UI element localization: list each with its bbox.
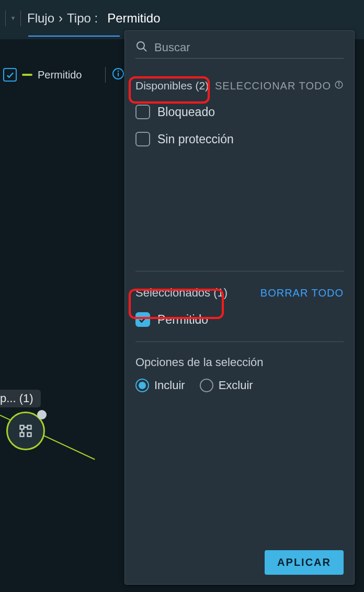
allowed-color-legend-icon	[22, 74, 32, 76]
panel-footer: APLICAR	[135, 550, 344, 575]
available-header: Disponibles (2) SELECCIONAR TODO	[135, 79, 344, 92]
breadcrumb-level1[interactable]: Flujo	[27, 11, 54, 26]
available-options-list: Bloqueado Sin protección	[135, 105, 344, 146]
info-icon[interactable]	[334, 80, 344, 92]
checkbox-checked[interactable]	[135, 312, 150, 327]
svg-point-12	[137, 42, 144, 49]
search-icon	[135, 40, 148, 55]
radio-button-off[interactable]	[200, 379, 213, 392]
selection-options-radios: Incluir Excluir	[135, 379, 344, 392]
radio-label: Incluir	[154, 379, 185, 392]
checkbox[interactable]	[135, 105, 150, 119]
svg-rect-7	[28, 426, 31, 429]
svg-rect-8	[20, 433, 24, 437]
select-all-button[interactable]: SELECCIONAR TODO	[215, 80, 344, 92]
option-label: Sin protección	[157, 132, 234, 146]
option-sin-proteccion[interactable]: Sin protección	[135, 132, 344, 146]
radio-button-on[interactable]	[135, 379, 149, 392]
selected-options-list: Permitido	[135, 312, 344, 327]
option-label: Permitido	[157, 313, 208, 327]
graph-node-label[interactable]: tyGroup... (1)	[0, 390, 41, 407]
divider	[135, 271, 344, 271]
selection-options-title: Opciones de la selección	[135, 356, 344, 369]
graph-node-area: tyGroup... (1)	[0, 390, 45, 450]
svg-rect-6	[20, 426, 24, 429]
clear-all-button[interactable]: BORRAR TODO	[260, 287, 344, 299]
search-input[interactable]	[154, 41, 344, 54]
filter-chip-label: Permitido	[38, 69, 82, 81]
option-permitido[interactable]: Permitido	[135, 312, 344, 327]
breadcrumb-level2[interactable]: Tipo :	[67, 11, 98, 26]
radio-exclude[interactable]: Excluir	[200, 379, 253, 392]
svg-point-5	[118, 71, 119, 72]
selected-header: Seleccionados (1) BORRAR TODO	[135, 286, 344, 300]
chevron-right-icon: ›	[59, 11, 63, 26]
graph-node[interactable]	[6, 412, 45, 450]
info-icon[interactable]	[112, 67, 124, 82]
divider	[135, 341, 344, 342]
selected-label: Seleccionados (1)	[135, 286, 228, 300]
option-label: Bloqueado	[157, 105, 215, 119]
available-label: Disponibles (2)	[135, 79, 209, 92]
filter-icon[interactable]	[5, 10, 21, 26]
radio-label: Excluir	[219, 379, 253, 392]
svg-point-16	[338, 82, 339, 83]
checkbox[interactable]	[135, 132, 150, 146]
option-bloqueado[interactable]: Bloqueado	[135, 105, 344, 119]
active-filter-chip[interactable]: Permitido	[0, 62, 124, 88]
filter-dropdown-panel: Disponibles (2) SELECCIONAR TODO Bloquea…	[124, 30, 355, 585]
active-tab-underline	[28, 36, 120, 37]
breadcrumb-value[interactable]: Permitido	[107, 11, 160, 26]
svg-rect-9	[28, 433, 31, 437]
filter-chip-checkbox[interactable]	[3, 68, 17, 82]
svg-line-13	[143, 48, 146, 51]
search-row	[135, 40, 344, 59]
radio-include[interactable]: Incluir	[135, 379, 185, 392]
apply-button[interactable]: APLICAR	[265, 550, 344, 575]
select-all-label: SELECCIONAR TODO	[215, 80, 331, 92]
node-badge-icon	[37, 410, 47, 419]
breadcrumb: Flujo › Tipo : Permitido	[27, 11, 161, 26]
